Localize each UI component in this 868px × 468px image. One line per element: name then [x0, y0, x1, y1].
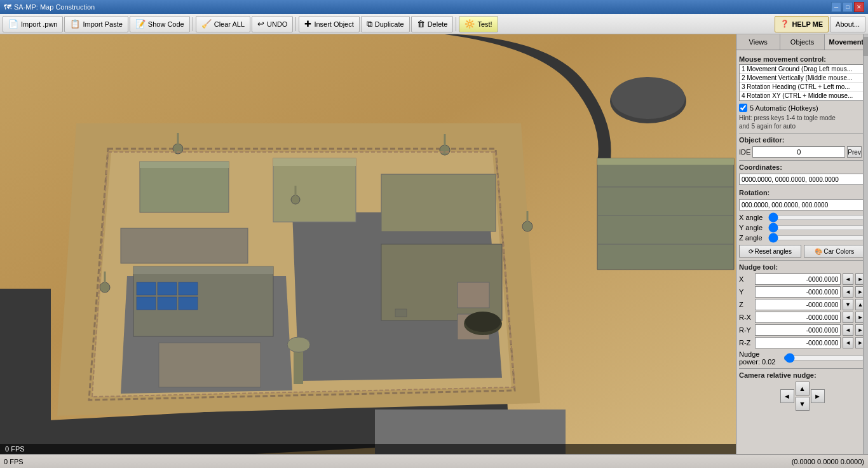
- nudge-rz-input[interactable]: [755, 337, 841, 348]
- nudge-rz-left-button[interactable]: ◄: [843, 337, 853, 348]
- tab-views[interactable]: Views: [736, 34, 780, 50]
- svg-rect-2: [0, 289, 51, 454]
- svg-rect-21: [179, 297, 198, 310]
- ide-input[interactable]: [752, 146, 845, 158]
- toolbar-separator-3: [456, 17, 456, 31]
- show-code-icon: 📝: [135, 19, 146, 29]
- import-paste-button[interactable]: 📋 Import Paste: [64, 16, 128, 32]
- y-angle-slider[interactable]: [768, 223, 865, 232]
- nudge-z-down-button[interactable]: ▼: [843, 299, 853, 310]
- tab-bar: Views Objects Movement: [736, 34, 868, 50]
- viewport[interactable]: 0 FPS: [0, 34, 736, 454]
- ide-row: IDE Prev Next: [739, 146, 865, 158]
- nudge-ry-left-button[interactable]: ◄: [843, 324, 853, 336]
- insert-object-icon: ✚: [304, 19, 311, 29]
- rotation-input[interactable]: [739, 199, 865, 210]
- fps-counter: 0 FPS: [0, 444, 736, 454]
- nudge-z-row: Z ▼ ▲: [739, 299, 865, 310]
- svg-rect-20: [158, 297, 177, 310]
- y-angle-label: Y angle: [739, 224, 766, 231]
- nudge-tool-title: Nudge tool:: [739, 263, 865, 271]
- app-icon: 🗺: [4, 3, 11, 11]
- help-button[interactable]: ❓ HELP ME: [775, 16, 829, 32]
- window-title: SA-MP: Map Construction: [14, 3, 831, 11]
- close-button[interactable]: ✕: [854, 2, 864, 12]
- z-angle-label: Z angle: [739, 234, 766, 242]
- svg-rect-10: [273, 158, 356, 222]
- movement-item-1[interactable]: 1 Movement Ground (Drag Left mous...: [740, 65, 865, 74]
- svg-rect-17: [158, 282, 177, 295]
- nudge-rx-row: R-X ◄ ►: [739, 312, 865, 323]
- undo-icon: ↩: [257, 19, 264, 29]
- import-pwn-button[interactable]: 📄 Import .pwn: [3, 16, 63, 32]
- object-editor-title: Object editor:: [739, 136, 865, 144]
- nudge-y-input[interactable]: [755, 286, 841, 298]
- svg-rect-13: [121, 228, 248, 263]
- nudge-y-left-button[interactable]: ◄: [843, 286, 853, 298]
- show-code-button[interactable]: 📝 Show Code: [130, 16, 190, 32]
- tab-movement[interactable]: Movement: [825, 34, 868, 50]
- z-angle-slider[interactable]: [768, 233, 865, 242]
- z-angle-row: Z angle: [739, 233, 865, 242]
- coordinates-input[interactable]: [739, 174, 865, 185]
- insert-object-button[interactable]: ✚ Insert Object: [299, 16, 359, 32]
- movement-item-4[interactable]: 4 Rotation XY (CTRL + Middle mouse...: [740, 92, 865, 100]
- svg-point-27: [611, 77, 685, 119]
- camera-left-button[interactable]: ◄: [780, 389, 794, 403]
- test-button[interactable]: 🔆 Test!: [459, 16, 498, 32]
- nudge-z-input[interactable]: [755, 299, 841, 310]
- clear-all-icon: 🧹: [201, 19, 212, 29]
- reset-angles-button[interactable]: ⟳ Reset angles: [739, 245, 801, 258]
- x-angle-row: X angle: [739, 213, 865, 222]
- tab-objects[interactable]: Objects: [780, 34, 824, 50]
- test-icon: 🔆: [465, 19, 475, 29]
- auto-checkbox[interactable]: [739, 104, 747, 112]
- action-row: ⟳ Reset angles 🎨 Car Colors: [739, 245, 865, 258]
- nudge-x-input[interactable]: [755, 273, 841, 285]
- minimize-button[interactable]: ─: [831, 2, 841, 12]
- x-angle-label: X angle: [739, 214, 766, 221]
- import-paste-icon: 📋: [70, 19, 80, 29]
- car-colors-button[interactable]: 🎨 Car Colors: [804, 245, 866, 258]
- nudge-rx-label: R-X: [739, 313, 753, 321]
- divider-4: [739, 368, 865, 369]
- scene-svg: [0, 34, 736, 454]
- nudge-power-slider[interactable]: [783, 354, 865, 362]
- movement-item-2[interactable]: 2 Movement Vertically (Middle mouse...: [740, 74, 865, 83]
- duplicate-icon: ⧉: [367, 19, 372, 29]
- nudge-ry-label: R-Y: [739, 326, 753, 334]
- movement-item-3[interactable]: 3 Rotation Heading (CTRL + Left mo...: [740, 83, 865, 92]
- window-controls: ─ □ ✕: [831, 2, 864, 12]
- camera-down-button[interactable]: ▼: [796, 397, 810, 411]
- coordinates-title: Coordinates:: [739, 163, 865, 171]
- maximize-button[interactable]: □: [843, 2, 853, 12]
- svg-rect-19: [137, 297, 156, 310]
- undo-button[interactable]: ↩ UNDO: [252, 16, 293, 32]
- camera-up-button[interactable]: ▲: [796, 382, 810, 396]
- about-button[interactable]: About...: [830, 16, 865, 32]
- nudge-rx-input[interactable]: [755, 312, 841, 323]
- scrollbar-thumb[interactable]: [864, 37, 868, 56]
- prev-button[interactable]: Prev: [847, 146, 862, 158]
- movement-list[interactable]: 1 Movement Ground (Drag Left mous... 2 M…: [739, 64, 865, 101]
- camera-right-button[interactable]: ►: [811, 389, 825, 403]
- toolbar-separator-1: [193, 17, 193, 31]
- svg-rect-9: [140, 162, 229, 168]
- camera-nudge-title: Camera relative nudge:: [739, 371, 865, 379]
- nudge-ry-input[interactable]: [755, 324, 841, 336]
- nudge-rx-left-button[interactable]: ◄: [843, 312, 853, 323]
- clear-all-button[interactable]: 🧹 Clear ALL: [196, 16, 250, 32]
- help-icon: ❓: [780, 20, 789, 28]
- svg-rect-23: [159, 343, 261, 387]
- statusbar: 0 FPS (0.0000 0.0000 0.0000): [0, 454, 868, 468]
- delete-button[interactable]: 🗑 Delete: [411, 16, 454, 32]
- nudge-power-row: Nudge power: 0.02: [739, 350, 865, 366]
- divider-2: [739, 160, 865, 161]
- nudge-x-left-button[interactable]: ◄: [843, 273, 853, 285]
- x-angle-slider[interactable]: [768, 213, 865, 222]
- svg-rect-18: [179, 282, 198, 295]
- duplicate-button[interactable]: ⧉ Duplicate: [361, 16, 410, 32]
- object-editor: IDE Prev Next: [739, 146, 865, 158]
- svg-rect-16: [137, 282, 156, 295]
- scrollbar[interactable]: [863, 34, 868, 454]
